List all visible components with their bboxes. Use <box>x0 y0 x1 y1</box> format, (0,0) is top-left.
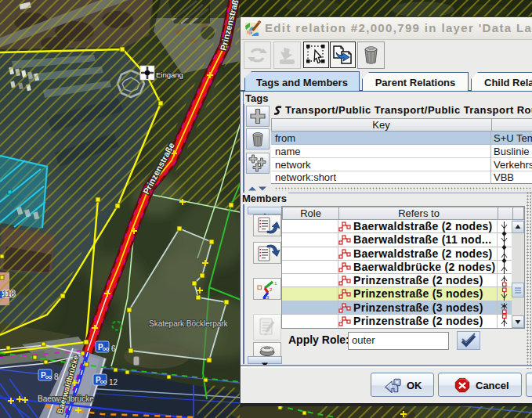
svg-text:Skatepark Böcklerpark: Skatepark Böcklerpark <box>149 319 229 328</box>
svg-text:Eingang: Eingang <box>156 70 183 79</box>
svg-text:P: P <box>96 376 101 384</box>
svg-text:P: P <box>41 371 46 380</box>
svg-text:P: P <box>98 343 103 351</box>
svg-text:6: 6 <box>111 344 116 353</box>
svg-text:8: 8 <box>54 373 59 381</box>
svg-text:118: 118 <box>2 290 15 298</box>
svg-text:12: 12 <box>109 378 118 387</box>
svg-text:3: 3 <box>266 295 270 299</box>
svg-text:2: 2 <box>270 287 273 292</box>
svg-text:1: 1 <box>274 281 277 286</box>
